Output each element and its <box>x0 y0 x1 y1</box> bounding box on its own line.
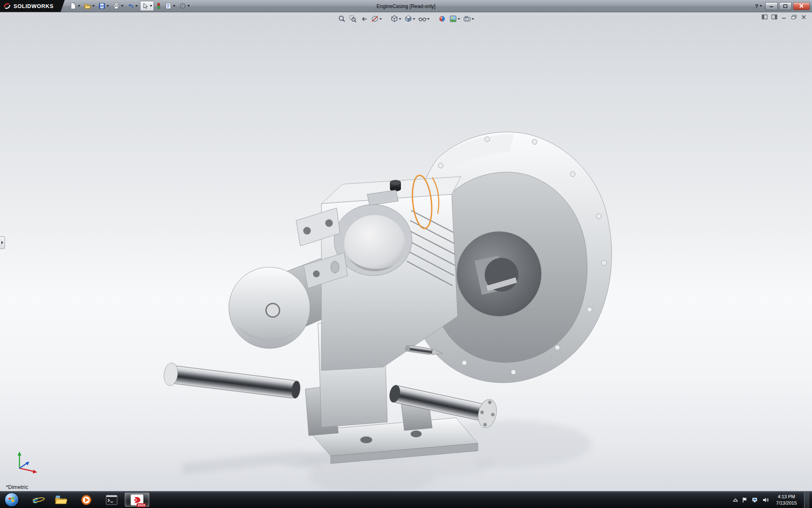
doc-tile-left-button[interactable] <box>761 14 768 20</box>
hide-show-dropdown-arrow[interactable] <box>427 18 430 20</box>
doc-restore-icon <box>791 15 797 19</box>
file-properties-icon <box>165 3 172 9</box>
section-view-dropdown-arrow[interactable] <box>379 18 382 20</box>
volume-icon <box>762 497 769 503</box>
solidworks-version-badge: 2015 <box>137 503 146 507</box>
edit-appearance-button[interactable] <box>437 14 447 24</box>
help-glyph: ? <box>755 3 758 9</box>
maximize-icon <box>783 4 787 8</box>
graphics-area[interactable]: *Dimetric <box>0 12 812 491</box>
help-dropdown-arrow[interactable] <box>760 5 762 7</box>
hide-show-items-button[interactable] <box>417 14 431 24</box>
undo-icon <box>127 3 134 9</box>
command-prompt-icon <box>106 495 118 505</box>
save-dropdown-arrow[interactable] <box>107 5 109 7</box>
reference-triad <box>10 446 41 477</box>
doc-minimize-button[interactable] <box>781 14 787 20</box>
options-button[interactable] <box>178 1 192 11</box>
save-button[interactable] <box>97 1 111 11</box>
open-dropdown-arrow[interactable] <box>92 5 95 7</box>
view-settings-button[interactable] <box>462 14 475 24</box>
internet-explorer-icon: e <box>33 494 38 505</box>
solidworks-logo: SOLIDWORKS <box>0 0 60 12</box>
windows-start-orb-icon <box>5 493 19 507</box>
section-view-button[interactable] <box>370 14 383 24</box>
open-button[interactable] <box>82 1 96 11</box>
taskbar-item-media-player[interactable] <box>74 493 99 507</box>
view-orientation-label: *Dimetric <box>6 484 28 490</box>
edit-appearance-icon <box>438 15 446 23</box>
print-dropdown-arrow[interactable] <box>121 5 123 7</box>
action-center-button[interactable] <box>742 497 748 503</box>
help-button[interactable]: ? <box>753 3 764 9</box>
hidden-icons-chevron-icon <box>733 498 738 502</box>
rebuild-button[interactable] <box>154 1 163 11</box>
volume-button[interactable] <box>762 497 769 503</box>
previous-view-button[interactable] <box>359 14 369 24</box>
hidden-icons-button[interactable] <box>733 498 738 502</box>
print-icon <box>113 3 120 9</box>
undo-dropdown-arrow[interactable] <box>135 5 138 7</box>
taskbar-item-internet-explorer[interactable]: e <box>23 493 48 507</box>
minimize-icon <box>769 4 774 8</box>
tile-right-icon <box>771 14 777 19</box>
feature-manager-flyout-tab[interactable] <box>0 236 5 249</box>
taskbar-item-solidworks[interactable]: 2015 <box>125 493 149 507</box>
print-button[interactable] <box>111 1 125 11</box>
rebuild-icon <box>156 3 161 9</box>
clock-time: 4:13 PM <box>776 494 797 500</box>
close-button[interactable] <box>793 2 810 10</box>
network-icon <box>752 497 758 503</box>
model-viewport[interactable] <box>0 12 812 491</box>
start-button[interactable] <box>0 491 23 508</box>
view-orientation-icon <box>390 15 398 23</box>
windows-flag-icon <box>8 497 15 503</box>
file-properties-button[interactable] <box>163 1 177 11</box>
doc-tile-right-button[interactable] <box>771 14 778 20</box>
network-button[interactable] <box>752 497 758 503</box>
engine-casing-model[interactable] <box>163 132 612 464</box>
solidworks-logo-icon <box>3 2 11 10</box>
options-dropdown-arrow[interactable] <box>187 5 190 7</box>
tile-left-icon <box>762 14 768 19</box>
main-toolbar <box>68 1 192 11</box>
system-tray: 4:13 PM 7/13/2015 <box>730 491 812 508</box>
zoom-to-area-icon <box>349 15 357 23</box>
new-button[interactable] <box>68 1 82 11</box>
view-orientation-button[interactable] <box>390 14 402 24</box>
display-style-icon <box>404 15 412 23</box>
undo-button[interactable] <box>126 1 140 11</box>
options-gear-icon <box>179 3 186 9</box>
show-desktop-button[interactable] <box>804 491 809 508</box>
new-dropdown-arrow[interactable] <box>78 5 80 7</box>
clock-date: 7/13/2015 <box>776 500 797 506</box>
close-icon <box>799 4 804 8</box>
apply-scene-icon <box>449 15 457 23</box>
file-properties-dropdown-arrow[interactable] <box>173 5 176 7</box>
zoom-to-area-button[interactable] <box>348 14 358 24</box>
maximize-button[interactable] <box>779 2 792 10</box>
apply-scene-dropdown-arrow[interactable] <box>458 18 460 20</box>
save-icon <box>99 3 105 9</box>
view-settings-dropdown-arrow[interactable] <box>472 18 474 20</box>
media-player-icon <box>81 494 92 505</box>
taskbar-item-windows-explorer[interactable] <box>49 493 73 507</box>
left-shaft <box>163 362 302 401</box>
apply-scene-button[interactable] <box>448 14 461 24</box>
display-style-dropdown-arrow[interactable] <box>413 18 415 20</box>
select-button[interactable] <box>140 1 154 11</box>
doc-restore-button[interactable] <box>790 14 797 20</box>
taskbar-clock[interactable]: 4:13 PM 7/13/2015 <box>773 494 800 506</box>
hide-show-items-icon <box>418 15 427 23</box>
minimize-button[interactable] <box>765 2 778 10</box>
view-orientation-dropdown-arrow[interactable] <box>399 18 401 20</box>
zoom-to-fit-button[interactable] <box>337 14 347 24</box>
heads-up-view-toolbar <box>337 14 475 24</box>
doc-close-button[interactable] <box>800 14 807 20</box>
select-dropdown-arrow[interactable] <box>150 5 152 7</box>
taskbar-item-command-prompt[interactable] <box>99 493 124 507</box>
zoom-to-fit-icon <box>338 15 346 23</box>
display-style-button[interactable] <box>403 14 416 24</box>
open-folder-icon <box>84 3 91 9</box>
select-cursor-icon <box>142 3 148 9</box>
